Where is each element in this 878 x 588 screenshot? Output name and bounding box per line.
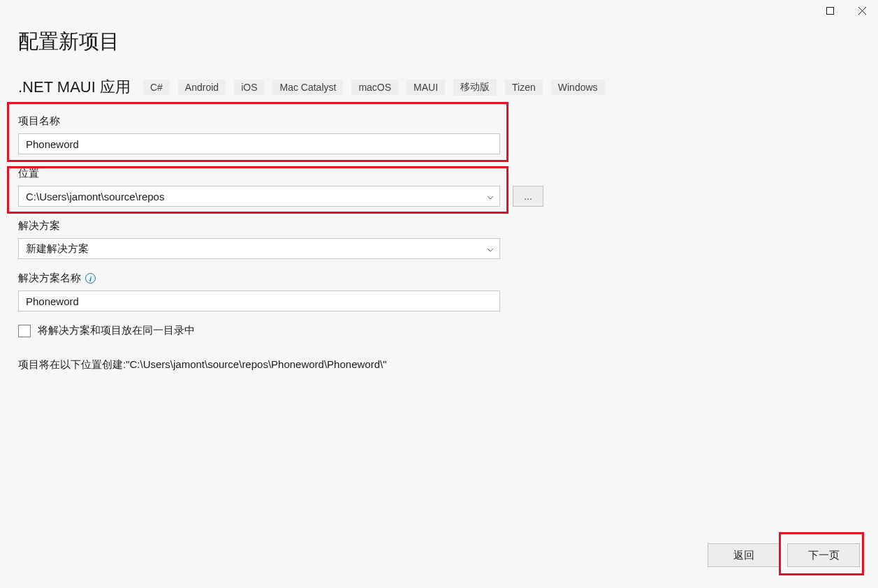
project-name-input[interactable] (18, 133, 500, 154)
location-row: ... (18, 186, 860, 207)
tag-windows: Windows (551, 80, 605, 95)
location-select-wrap (18, 186, 500, 207)
same-dir-row: 将解决方案和项目放在同一目录中 (18, 324, 860, 337)
same-dir-label: 将解决方案和项目放在同一目录中 (38, 324, 195, 337)
tag-macos: macOS (351, 80, 398, 95)
solution-select-wrap (18, 238, 500, 259)
tag-android: Android (178, 80, 226, 95)
project-name-label: 项目名称 (18, 115, 860, 128)
maximize-button[interactable] (814, 0, 846, 21)
solution-name-group: 解决方案名称 i (18, 272, 860, 311)
next-button[interactable]: 下一页 (787, 543, 860, 567)
info-icon[interactable]: i (85, 273, 96, 284)
project-name-group: 项目名称 (18, 115, 860, 154)
template-name: .NET MAUI 应用 (18, 77, 131, 98)
back-button[interactable]: 返回 (708, 543, 780, 567)
close-button[interactable] (846, 0, 878, 21)
page-title: 配置新项目 (18, 28, 860, 56)
svg-rect-0 (826, 7, 833, 14)
window-titlebar (814, 0, 878, 21)
solution-name-label: 解决方案名称 (18, 272, 81, 285)
template-row: .NET MAUI 应用 C# Android iOS Mac Catalyst… (18, 77, 860, 98)
tag-csharp: C# (143, 80, 170, 95)
main-content: 配置新项目 .NET MAUI 应用 C# Android iOS Mac Ca… (0, 0, 878, 372)
tag-ios: iOS (234, 80, 264, 95)
tag-mobile: 移动版 (453, 79, 497, 96)
close-icon (858, 7, 866, 15)
location-label: 位置 (18, 167, 860, 180)
solution-name-input[interactable] (18, 291, 500, 311)
location-input[interactable] (18, 186, 500, 207)
tag-maui: MAUI (407, 80, 445, 95)
same-dir-checkbox[interactable] (18, 325, 31, 337)
browse-location-button[interactable]: ... (513, 186, 543, 207)
solution-name-label-row: 解决方案名称 i (18, 272, 860, 285)
tag-tizen: Tizen (505, 80, 543, 95)
tag-mac-catalyst: Mac Catalyst (272, 80, 343, 95)
footer-buttons: 返回 下一页 (708, 543, 860, 567)
solution-select[interactable] (18, 238, 500, 259)
solution-group: 解决方案 (18, 219, 860, 259)
path-info-text: 项目将在以下位置创建:"C:\Users\jamont\source\repos… (18, 358, 860, 372)
location-group: 位置 ... (18, 167, 860, 207)
solution-label: 解决方案 (18, 219, 860, 233)
maximize-icon (826, 7, 834, 15)
